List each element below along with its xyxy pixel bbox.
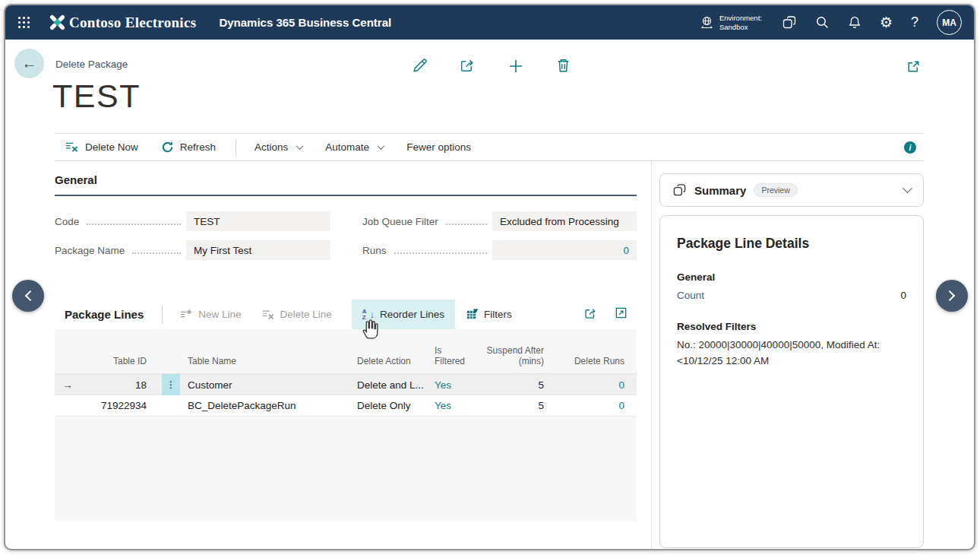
- chevron-left-icon: [25, 290, 36, 301]
- toolbar-divider: [162, 306, 163, 324]
- cell-table-id[interactable]: 71922934: [81, 400, 147, 411]
- cell-table-id[interactable]: 18: [81, 379, 147, 391]
- notifications-bell-icon[interactable]: [848, 15, 861, 30]
- package-lines-heading[interactable]: Package Lines: [65, 308, 144, 321]
- cell-delete-runs[interactable]: 0: [544, 400, 624, 411]
- record-action-icons: [411, 57, 571, 78]
- details-title: Package Line Details: [677, 236, 906, 252]
- actions-menu-button[interactable]: Actions: [254, 141, 302, 153]
- environment-text: Environment: Sandbox: [719, 14, 762, 32]
- chevron-right-icon: [944, 290, 955, 301]
- user-avatar[interactable]: MA: [937, 10, 962, 35]
- breadcrumb[interactable]: Delete Package: [55, 59, 128, 70]
- field-runs: Runs 0: [362, 240, 637, 260]
- package-name-input[interactable]: My First Test: [186, 240, 330, 260]
- automate-menu-button[interactable]: Automate: [325, 141, 384, 153]
- cell-is-filtered[interactable]: Yes: [431, 379, 484, 391]
- toolbar-divider: [236, 139, 236, 156]
- job-queue-filter-label: Job Queue Filter: [362, 216, 438, 227]
- job-queue-filter-input[interactable]: Excluded from Processing: [492, 211, 637, 231]
- top-navigation-bar: Contoso Electronics Dynamics 365 Busines…: [5, 5, 974, 40]
- col-table-name[interactable]: Table Name: [188, 356, 357, 366]
- cell-delete-action[interactable]: Delete Only: [357, 400, 431, 411]
- col-is-filtered[interactable]: Is Filtered: [431, 345, 467, 366]
- info-icon[interactable]: i: [904, 141, 916, 154]
- resolved-filters-text: No.: 20000|30000|40000|50000, Modified A…: [677, 338, 914, 369]
- table-header-row: Table ID Table Name Delete Action Is Fil…: [55, 329, 637, 374]
- cell-table-name[interactable]: BC_DeletePackageRun: [188, 400, 357, 411]
- table-row[interactable]: 71922934 BC_DeletePackageRun Delete Only…: [55, 395, 637, 417]
- cell-delete-action[interactable]: Delete and L...: [357, 379, 431, 391]
- runs-label: Runs: [362, 245, 387, 256]
- runs-value[interactable]: 0: [492, 240, 637, 260]
- package-line-details-card: Package Line Details General Count 0 Res…: [659, 215, 924, 548]
- environment-indicator[interactable]: Environment: Sandbox: [700, 14, 762, 32]
- cell-is-filtered[interactable]: Yes: [431, 400, 484, 411]
- next-record-button[interactable]: [936, 280, 968, 312]
- delete-now-button[interactable]: Delete Now: [65, 141, 138, 154]
- count-label[interactable]: Count: [677, 290, 704, 301]
- topbar-right-controls: Environment: Sandbox: [700, 10, 962, 35]
- count-value: 0: [900, 290, 906, 301]
- environment-globe-icon: [700, 15, 714, 30]
- cell-suspend-after[interactable]: 5: [484, 400, 544, 411]
- fewer-options-button[interactable]: Fewer options: [406, 141, 471, 153]
- code-label: Code: [55, 216, 79, 227]
- col-delete-action[interactable]: Delete Action: [357, 356, 431, 366]
- general-section-heading[interactable]: General: [55, 173, 97, 186]
- filters-button[interactable]: Filters: [466, 308, 512, 321]
- dynamics365-apps-icon[interactable]: [782, 15, 797, 30]
- package-lines-right-icons: [583, 306, 637, 323]
- general-section-rule: [55, 195, 637, 196]
- cell-suspend-after[interactable]: 5: [484, 379, 544, 391]
- share-icon[interactable]: [583, 306, 598, 323]
- new-plus-icon[interactable]: [507, 57, 525, 78]
- edit-pencil-icon[interactable]: [411, 57, 428, 78]
- active-row-arrow-icon: →: [55, 379, 81, 391]
- chevron-down-icon: [378, 142, 385, 150]
- cell-delete-runs[interactable]: 0: [544, 379, 624, 391]
- expand-table-icon[interactable]: [615, 306, 628, 323]
- row-menu-dots-icon[interactable]: ⋮: [162, 374, 180, 395]
- page-title: TEST: [52, 78, 141, 115]
- field-job-queue-filter: Job Queue Filter Excluded from Processin…: [362, 211, 637, 231]
- collapse-chevron-icon[interactable]: [903, 183, 912, 193]
- dotted-leader: [132, 252, 181, 254]
- col-table-id[interactable]: Table ID: [81, 356, 147, 366]
- search-icon[interactable]: [815, 15, 830, 30]
- dotted-leader: [394, 252, 487, 254]
- reorder-lines-button[interactable]: AZ ↓ Reorder Lines: [352, 300, 455, 329]
- share-icon[interactable]: [459, 57, 476, 78]
- action-bar: Delete Now Refresh Actions Automate Fewe…: [55, 133, 924, 161]
- package-name-label: Package Name: [55, 245, 125, 256]
- delete-trash-icon[interactable]: [555, 57, 571, 78]
- dotted-leader: [446, 224, 487, 225]
- table-row[interactable]: → 18 ⋮ Customer Delete and L... Yes 5 0: [55, 374, 637, 395]
- delete-line-button[interactable]: Delete Line: [261, 309, 332, 321]
- chevron-down-icon: [296, 142, 304, 150]
- new-line-button[interactable]: New Line: [179, 309, 241, 321]
- col-delete-runs[interactable]: Delete Runs: [544, 356, 624, 366]
- product-title: Dynamics 365 Business Central: [219, 16, 391, 29]
- col-suspend-after[interactable]: Suspend After (mins): [484, 345, 544, 366]
- open-in-new-window-icon[interactable]: [906, 59, 922, 78]
- contoso-logo-icon: [47, 12, 68, 33]
- details-general-heading: General: [677, 271, 906, 283]
- refresh-button[interactable]: Refresh: [161, 141, 216, 154]
- package-lines-toolbar: Package Lines New Line Delete Line AZ ↓ …: [55, 300, 637, 329]
- down-arrow-icon: ↓: [370, 309, 375, 320]
- count-row: Count 0: [677, 290, 906, 301]
- previous-record-button[interactable]: [12, 280, 44, 312]
- company-brand[interactable]: Contoso Electronics: [47, 12, 196, 33]
- settings-gear-icon[interactable]: ⚙: [880, 15, 893, 30]
- app-launcher-waffle-icon[interactable]: [17, 16, 30, 29]
- resolved-filters-heading: Resolved Filters: [677, 321, 906, 332]
- field-code: Code TEST: [55, 211, 330, 231]
- help-icon[interactable]: ?: [911, 14, 918, 30]
- cell-table-name[interactable]: Customer: [188, 379, 357, 391]
- back-button[interactable]: ←: [14, 49, 44, 78]
- copilot-icon: [672, 183, 687, 198]
- summary-card: Summary Preview: [659, 173, 924, 207]
- sort-az-icon: AZ: [362, 309, 367, 320]
- code-input[interactable]: TEST: [186, 211, 330, 231]
